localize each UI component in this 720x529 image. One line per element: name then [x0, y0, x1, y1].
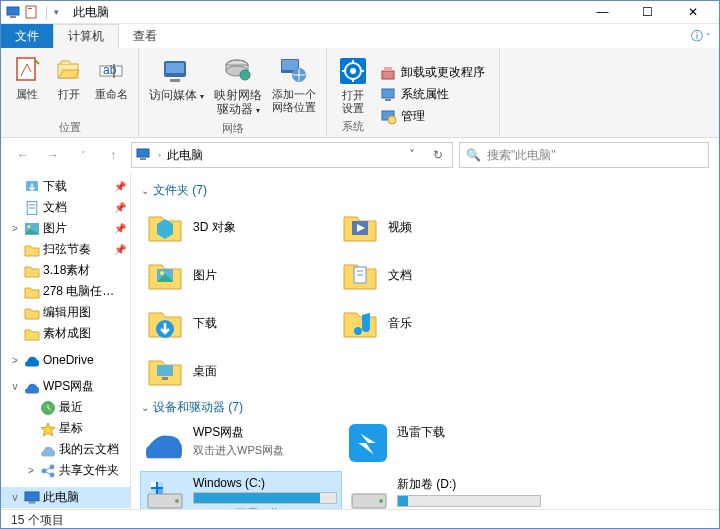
qat-separator: |: [45, 5, 48, 19]
drive-name: WPS网盘: [193, 424, 337, 441]
minimize-button[interactable]: —: [580, 1, 625, 23]
svg-point-60: [175, 499, 179, 503]
properties-button[interactable]: 属性: [7, 52, 47, 118]
add-network-button[interactable]: 添加一个 网络位置: [268, 52, 320, 119]
forward-button[interactable]: →: [41, 143, 65, 167]
tree-item[interactable]: 编辑用图: [1, 302, 130, 323]
tree-item[interactable]: 我的云文档: [1, 439, 130, 460]
tree-label: 图片: [43, 220, 67, 237]
tab-file[interactable]: 文件: [1, 24, 53, 48]
back-button[interactable]: ←: [11, 143, 35, 167]
folder-item[interactable]: 文档: [336, 251, 531, 299]
svg-point-42: [42, 468, 47, 473]
tree-item[interactable]: > 图片 📌: [1, 218, 130, 239]
video-folder-icon: [340, 207, 380, 247]
tree-item[interactable]: 星标: [1, 418, 130, 439]
folder-item[interactable]: 视频: [336, 203, 531, 251]
folders-header[interactable]: ⌄文件夹 (7): [141, 178, 709, 203]
folder-name: 视频: [388, 219, 412, 236]
folders-grid: 3D 对象 视频 图片 文档 下载 音乐 桌面: [141, 203, 709, 395]
drive-item[interactable]: WPS网盘 双击进入WPS网盘: [141, 420, 341, 468]
refresh-button[interactable]: ↻: [428, 148, 448, 162]
svg-point-40: [27, 225, 30, 228]
tree-item[interactable]: 3D 对象: [1, 508, 130, 509]
up-button[interactable]: ↑: [101, 143, 125, 167]
manage-button[interactable]: 管理: [377, 106, 489, 127]
cloud-icon: [40, 442, 56, 458]
nav-tree[interactable]: 下载 📌 文档 📌 > 图片 📌 扫弦节奏 📌 3.18素材 278 电脑任务管: [1, 172, 131, 509]
folder-item[interactable]: 音乐: [336, 299, 531, 347]
drive-item[interactable]: Windows (C:) 19.1 GB 可用，共 178 GB: [141, 472, 341, 509]
tree-item[interactable]: v 此电脑: [1, 487, 130, 508]
expand-icon[interactable]: v: [9, 381, 21, 392]
tree-label: 文档: [43, 199, 67, 216]
drive-sub: 双击进入WPS网盘: [193, 443, 337, 458]
add-network-label: 添加一个 网络位置: [272, 88, 316, 114]
drive-item[interactable]: 迅雷下载: [345, 420, 545, 468]
svg-point-32: [388, 116, 396, 124]
svg-rect-65: [158, 489, 163, 494]
main-pane[interactable]: ⌄文件夹 (7) 3D 对象 视频 图片 文档 下载 音乐 桌面 ⌄设备和驱动器…: [131, 172, 719, 509]
svg-rect-30: [385, 99, 391, 101]
open-button[interactable]: 打开: [49, 52, 89, 118]
drive-item[interactable]: 新加卷 (D:) 47.3 GB 可用，共 50.9 GB: [345, 472, 545, 509]
tree-item[interactable]: > 共享文件夹: [1, 460, 130, 481]
rename-button[interactable]: ab重命名: [91, 52, 132, 118]
folder-item[interactable]: 桌面: [141, 347, 336, 395]
svg-rect-33: [137, 149, 149, 157]
close-button[interactable]: ✕: [670, 1, 715, 23]
address-dropdown[interactable]: ˅: [402, 148, 422, 162]
music-folder-icon: [340, 303, 380, 343]
svg-rect-28: [384, 67, 392, 71]
ribbon-body: 属性 打开 ab重命名 位置 访问媒体 ▾ 映射网络 驱动器 ▾ 添加一个 网络…: [1, 48, 719, 138]
tree-item[interactable]: 278 电脑任务管: [1, 281, 130, 302]
qat-dropdown-icon[interactable]: ▾: [54, 7, 59, 17]
folder-item[interactable]: 图片: [141, 251, 336, 299]
expand-icon[interactable]: >: [9, 223, 21, 234]
drive-name: 新加卷 (D:): [397, 476, 541, 493]
tree-item[interactable]: 下载 📌: [1, 176, 130, 197]
maximize-button[interactable]: ☐: [625, 1, 670, 23]
doc-folder-icon: [340, 255, 380, 295]
expand-icon[interactable]: >: [9, 355, 21, 366]
tree-item[interactable]: v WPS网盘: [1, 376, 130, 397]
folder-item[interactable]: 3D 对象: [141, 203, 336, 251]
expand-icon[interactable]: >: [25, 465, 37, 476]
pin-icon: 📌: [114, 223, 126, 234]
tree-label: 编辑用图: [43, 304, 91, 321]
svg-point-51: [160, 271, 164, 275]
svg-rect-1: [10, 16, 16, 18]
expand-icon[interactable]: v: [9, 492, 21, 503]
tree-item[interactable]: 最近: [1, 397, 130, 418]
folder-item[interactable]: 下载: [141, 299, 336, 347]
address-bar[interactable]: › 此电脑 ˅ ↻: [131, 142, 453, 168]
search-box[interactable]: 🔍 搜索"此电脑": [459, 142, 709, 168]
system-props-button[interactable]: 系统属性: [377, 84, 489, 105]
help-icon[interactable]: ⓘ ˄: [683, 24, 719, 48]
tree-item[interactable]: 扫弦节奏 📌: [1, 239, 130, 260]
tab-view[interactable]: 查看: [119, 24, 171, 48]
svg-rect-27: [382, 71, 394, 79]
drives-header[interactable]: ⌄设备和驱动器 (7): [141, 395, 709, 420]
tree-label: 下载: [43, 178, 67, 195]
ribbon-tabs: 文件 计算机 查看 ⓘ ˄: [1, 24, 719, 48]
svg-rect-2: [26, 6, 36, 18]
address-bar-row: ← → ˅ ↑ › 此电脑 ˅ ↻ 🔍 搜索"此电脑": [1, 138, 719, 172]
svg-rect-3: [28, 8, 32, 9]
tree-label: 我的云文档: [59, 441, 119, 458]
tree-item[interactable]: 3.18素材: [1, 260, 130, 281]
uninstall-button[interactable]: 卸载或更改程序: [377, 62, 489, 83]
map-drive-button[interactable]: 映射网络 驱动器 ▾: [210, 52, 266, 119]
drive-icon: [145, 476, 185, 509]
tree-item[interactable]: > OneDrive: [1, 350, 130, 370]
tab-computer[interactable]: 计算机: [53, 24, 119, 48]
open-settings-button[interactable]: 打开 设置: [333, 53, 373, 117]
recent-dropdown[interactable]: ˅: [71, 143, 95, 167]
tree-label: 278 电脑任务管: [43, 283, 126, 300]
qat-properties-icon[interactable]: [23, 4, 39, 20]
tree-item[interactable]: 文档 📌: [1, 197, 130, 218]
open-settings-label: 打开 设置: [342, 89, 364, 115]
tree-item[interactable]: 素材成图: [1, 323, 130, 344]
access-media-button[interactable]: 访问媒体 ▾: [145, 52, 208, 119]
status-bar: 15 个项目: [1, 509, 719, 529]
